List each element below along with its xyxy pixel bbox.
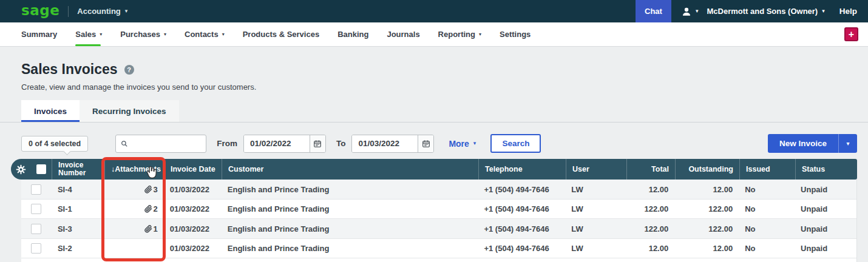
cell-status: Unpaid [795, 239, 856, 258]
column-header-total[interactable]: Total [626, 159, 675, 180]
cell-customer: English and Prince Trading [222, 239, 478, 258]
cell-invoice-number: SI-3 [52, 219, 104, 238]
to-calendar-button[interactable] [418, 135, 433, 152]
table-row[interactable]: SI-4 3 01/03/2022 English and Prince Tra… [21, 180, 856, 200]
select-all-cell [30, 159, 52, 180]
column-header-outstanding[interactable]: Outstanding [675, 159, 739, 180]
nav-item-reporting[interactable]: Reporting ▾ [438, 22, 481, 46]
tab-recurring-invoices[interactable]: Recurring Invoices [80, 100, 179, 122]
more-filters-dropdown[interactable]: More ▾ [449, 139, 476, 149]
search-icon [121, 139, 128, 148]
cell-user: LW [565, 180, 626, 199]
chevron-down-icon: ▾ [822, 8, 825, 14]
quick-add-button[interactable]: + [844, 27, 858, 41]
from-date-input[interactable] [244, 135, 310, 152]
column-settings-button[interactable] [11, 159, 30, 180]
chat-button[interactable]: Chat [636, 0, 671, 22]
account-name: McDermott and Sons (Owner) [707, 7, 818, 16]
cell-issued: No [739, 219, 795, 238]
nav-item-contacts[interactable]: Contacts ▾ [185, 22, 225, 46]
paperclip-icon [144, 225, 152, 233]
gear-icon [16, 164, 26, 175]
table-row[interactable]: SI-3 1 01/03/2022 English and Prince Tra… [21, 219, 856, 239]
nav-item-journals[interactable]: Journals [387, 22, 419, 46]
user-icon [681, 6, 692, 17]
topbar-divider [68, 6, 69, 17]
cell-telephone: +1 (504) 494-7646 [478, 219, 565, 238]
cell-outstanding: 12.00 [674, 239, 739, 258]
row-checkbox[interactable] [31, 184, 41, 195]
cell-invoice-date: 01/03/2022 [164, 239, 222, 258]
sage-logo: sage [21, 4, 59, 19]
invoices-table: Invoice Number ↓ Attachments Invoice Dat… [0, 159, 868, 262]
chevron-down-icon: ▾ [222, 32, 225, 37]
selection-count-tooltip: 0 of 4 selected [21, 136, 88, 152]
filter-toolbar: 0 of 4 selected From To More ▾ [21, 134, 857, 153]
chevron-down-icon: ▾ [846, 140, 849, 147]
cell-invoice-date: 01/03/2022 [164, 180, 222, 199]
attachment-count: 1 [154, 224, 158, 233]
from-label: From [217, 139, 237, 148]
search-input[interactable] [132, 138, 201, 149]
column-header-invoice-number[interactable]: Invoice Number [52, 159, 104, 180]
user-menu[interactable]: ▾ [681, 6, 699, 17]
to-date-group [351, 135, 434, 153]
search-box[interactable] [115, 135, 206, 153]
nav-item-banking[interactable]: Banking [337, 22, 368, 46]
table-row[interactable]: SI-2 01/03/2022 English and Prince Tradi… [21, 239, 856, 259]
cell-attachments: 2 [104, 200, 164, 219]
row-checkbox[interactable] [31, 243, 41, 254]
help-link[interactable]: Help [839, 7, 857, 16]
cell-attachments: 3 [104, 180, 164, 199]
cell-invoice-date: 01/03/2022 [164, 219, 222, 238]
cell-issued: No [739, 239, 795, 258]
nav-item-summary[interactable]: Summary [21, 22, 57, 46]
row-checkbox[interactable] [31, 224, 41, 234]
cell-issued: No [739, 180, 795, 199]
column-header-attachments[interactable]: ↓ Attachments [104, 159, 164, 180]
cell-telephone: +1 (504) 494-7646 [478, 239, 565, 258]
nav-item-purchases[interactable]: Purchases ▾ [120, 22, 166, 46]
cell-status: Unpaid [795, 200, 856, 219]
cell-invoice-number: SI-1 [52, 200, 104, 219]
tab-invoices[interactable]: Invoices [21, 100, 80, 122]
nav-item-products-services[interactable]: Products & Services [243, 22, 319, 46]
table-bottom-strip [21, 258, 857, 262]
column-header-issued[interactable]: Issued [739, 159, 795, 180]
select-all-checkbox[interactable] [36, 164, 46, 174]
row-checkbox[interactable] [31, 204, 41, 214]
cell-user: LW [565, 200, 626, 219]
plus-icon: + [849, 30, 854, 39]
column-header-status[interactable]: Status [795, 159, 857, 180]
column-header-user[interactable]: User [566, 159, 626, 180]
calendar-icon [313, 139, 322, 148]
paperclip-icon [144, 186, 152, 193]
new-invoice-dropdown-toggle[interactable]: ▾ [838, 134, 857, 153]
cell-invoice-number: SI-4 [52, 180, 104, 199]
cell-status: Unpaid [795, 180, 856, 199]
column-header-customer[interactable]: Customer [222, 159, 478, 180]
cell-issued: No [739, 200, 795, 219]
paperclip-icon [144, 205, 152, 213]
nav-item-sales[interactable]: Sales ▾ [75, 22, 102, 46]
account-menu[interactable]: McDermott and Sons (Owner) ▾ [707, 7, 824, 16]
new-invoice-split-button: New Invoice ▾ [768, 134, 857, 153]
chevron-down-icon: ▾ [100, 32, 102, 37]
cell-outstanding: 122.00 [674, 219, 739, 238]
product-switcher[interactable]: Accounting ▾ [77, 7, 127, 16]
page-title: Sales Invoices [21, 62, 118, 77]
table-row[interactable]: SI-1 2 01/03/2022 English and Prince Tra… [21, 200, 856, 220]
cell-total: 122.00 [626, 200, 674, 219]
column-header-invoice-date[interactable]: Invoice Date [164, 159, 222, 180]
from-calendar-button[interactable] [310, 135, 325, 152]
column-header-telephone[interactable]: Telephone [478, 159, 566, 180]
to-date-input[interactable] [352, 135, 418, 152]
search-button[interactable]: Search [490, 134, 541, 153]
to-label: To [336, 139, 346, 148]
cell-outstanding: 122.00 [674, 200, 739, 219]
new-invoice-button[interactable]: New Invoice [768, 134, 838, 153]
help-icon[interactable]: ? [124, 65, 134, 75]
cell-outstanding: 12.00 [674, 180, 739, 199]
nav-item-settings[interactable]: Settings [500, 22, 531, 46]
product-name: Accounting [77, 7, 121, 16]
